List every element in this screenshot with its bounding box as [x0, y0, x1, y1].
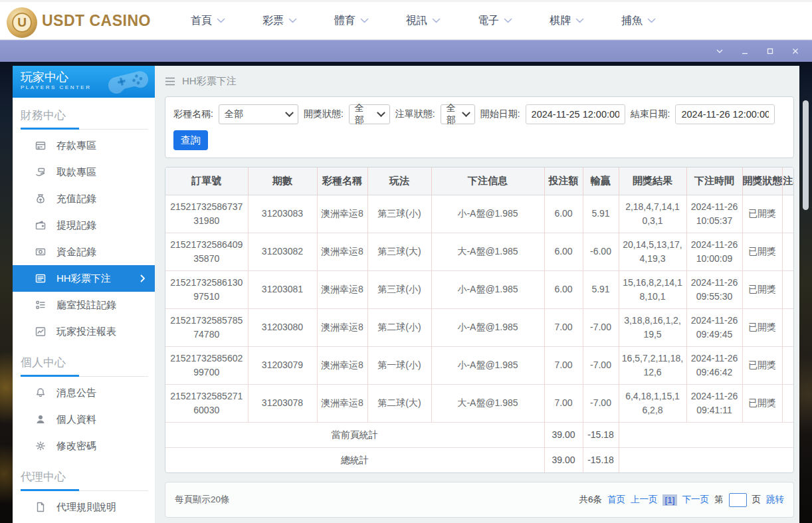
nav-item-label: 體育 — [334, 14, 355, 28]
cell-order-status: 有效 — [782, 195, 794, 233]
sidebar-header: 玩家中心 PLAYERS CENTER — [13, 66, 155, 98]
order-status-select[interactable]: 全部 — [441, 104, 475, 124]
nav-item-home[interactable]: 首頁 — [191, 14, 225, 28]
nav-item-label: 首頁 — [191, 14, 212, 28]
sidebar-item-agent-rules[interactable]: 代理規則說明 — [13, 494, 155, 520]
order-status-filter-label: 注單狀態: — [395, 108, 435, 120]
table-row: 215217325861309751031203081澳洲幸运8第三球(小)小-… — [165, 270, 794, 308]
cell-draw-status: 已開獎 — [742, 270, 782, 308]
chevron-down-icon — [285, 108, 294, 117]
bell-icon — [35, 387, 47, 399]
section-title-personal: 個人中心 — [21, 355, 147, 370]
cell-bet-time: 2024-11-26 09:49:45 — [686, 308, 742, 346]
hamburger-icon[interactable] — [165, 77, 175, 86]
end-date-label: 結束日期: — [631, 108, 670, 120]
cell-play-type: 第一球(小) — [367, 346, 431, 384]
cell-draw-status: 已開獎 — [742, 346, 782, 384]
sidebar-item-funds-record[interactable]: 資金記錄 — [13, 239, 155, 265]
coin-logo-icon: U — [7, 7, 37, 38]
page-size-text: 每頁顯示20條 — [175, 494, 230, 506]
nav-item-cards[interactable]: 棋牌 — [550, 14, 584, 28]
summary-label: 當前頁統計 — [165, 422, 544, 447]
chevron-down-icon — [647, 18, 656, 23]
sidebar-item-announcements[interactable]: 消息公告 — [13, 379, 155, 406]
search-button[interactable]: 查詢 — [173, 130, 208, 150]
section-items-personal: 消息公告個人資料修改密碼 — [13, 379, 155, 459]
first-page-link[interactable]: 首页 — [607, 494, 625, 506]
sidebar-item-profile[interactable]: 個人資料 — [13, 406, 155, 433]
nav-item-slots[interactable]: 電子 — [478, 14, 512, 28]
screen: U USDT CASINO 首頁彩票體育視訊電子棋牌捕魚 — [0, 0, 812, 523]
sidebar-item-label: 資金記錄 — [56, 246, 96, 259]
sidebar-item-player-bet-report[interactable]: 玩家投注報表 — [13, 318, 155, 345]
cell-bet-time: 2024-11-26 10:00:09 — [686, 233, 742, 270]
ticket-list-icon — [35, 272, 47, 284]
section-underline — [21, 128, 148, 130]
minimize-icon[interactable] — [740, 47, 750, 56]
chevron-down-icon — [377, 108, 385, 117]
nav-item-lottery[interactable]: 彩票 — [262, 14, 297, 28]
cell-order-no: 2152173258640935870 — [165, 233, 248, 270]
end-date-input[interactable] — [675, 104, 775, 124]
sidebar-item-hall-bet-record[interactable]: 廳室投註記錄 — [13, 292, 155, 318]
close-icon[interactable] — [791, 47, 800, 56]
next-page-link[interactable]: 下一页 — [682, 494, 710, 506]
chevron-down-icon — [432, 18, 441, 23]
lottery-select-value: 全部 — [225, 108, 243, 120]
top-nav: 首頁彩票體育視訊電子棋牌捕魚 — [191, 14, 656, 28]
maximize-icon[interactable] — [765, 47, 775, 56]
col-header-order-no: 訂單號 — [165, 167, 248, 195]
cell-lottery-name: 澳洲幸运8 — [317, 308, 367, 346]
nav-item-sports[interactable]: 體育 — [334, 14, 369, 28]
lottery-select[interactable]: 全部 — [219, 104, 298, 124]
summary-row: 當前頁統計39.00-15.18 — [165, 422, 794, 447]
jump-action-link[interactable]: 跳转 — [766, 494, 784, 506]
draw-status-select[interactable]: 全部 — [349, 104, 390, 124]
cell-period: 31203078 — [248, 384, 317, 422]
sidebar-item-withdrawal-record[interactable]: 提現記錄 — [13, 212, 155, 239]
summary-bet-amount: 39.00 — [544, 422, 583, 447]
cell-order-no: 2152173258578574780 — [165, 308, 248, 346]
section-underline — [21, 375, 148, 377]
document-icon — [35, 501, 47, 513]
nav-item-fishing[interactable]: 捕魚 — [621, 14, 656, 28]
pagination-bar: 每頁顯示20條 共6条 首页 上一页 [1] 下一页 第 页 跳转 — [165, 482, 794, 518]
cell-order-status: 有效 — [782, 233, 794, 270]
cell-win-loss: 5.91 — [583, 270, 619, 308]
checklist-icon — [35, 299, 47, 311]
bet-table-panel: 訂單號期數彩種名稱玩法下注信息投注額輸贏開獎結果下注時間開獎狀態注單狀態 215… — [165, 167, 794, 473]
cell-draw-result: 2,18,4,7,14,10,3,1 — [619, 195, 686, 233]
sidebar-item-withdraw[interactable]: 取款專區 — [13, 159, 155, 185]
sidebar: 玩家中心 PLAYERS CENTER 財務中心存款專區取款專區充值記錄提現記錄… — [13, 66, 155, 523]
sidebar-item-hh-lottery-bet[interactable]: HH彩票下注 — [13, 265, 155, 292]
sidebar-item-deposit[interactable]: 存款專區 — [13, 132, 155, 159]
start-date-input[interactable] — [526, 104, 625, 124]
sidebar-item-change-password[interactable]: 修改密碼 — [13, 433, 155, 459]
chevron-down-icon — [360, 18, 369, 23]
window-dropdown-icon[interactable] — [715, 47, 724, 56]
jump-page-input[interactable] — [729, 493, 747, 507]
cell-draw-status: 已開獎 — [742, 308, 782, 346]
sidebar-item-label: HH彩票下注 — [56, 272, 111, 285]
section-title-agent: 代理中心 — [21, 469, 147, 484]
cell-order-status: 有效 — [782, 346, 794, 384]
col-header-draw-result: 開獎結果 — [619, 167, 686, 195]
page-title: HH彩票下注 — [182, 75, 237, 88]
section-title-finance: 財務中心 — [21, 108, 147, 123]
nav-item-live[interactable]: 視訊 — [406, 14, 441, 28]
scrollbar-thumb[interactable] — [803, 100, 809, 210]
cell-lottery-name: 澳洲幸运8 — [317, 270, 367, 308]
app-area: 玩家中心 PLAYERS CENTER 財務中心存款專區取款專區充值記錄提現記錄… — [0, 62, 812, 523]
sidebar-item-recharge-record[interactable]: 充值記錄 — [13, 185, 155, 212]
cell-lottery-name: 澳洲幸运8 — [317, 346, 367, 384]
prev-page-link[interactable]: 上一页 — [631, 494, 658, 506]
gear-icon — [35, 440, 47, 452]
cell-bet-time: 2024-11-26 09:46:42 — [686, 346, 742, 384]
cell-period: 31203079 — [248, 346, 317, 384]
site-logo[interactable]: U USDT CASINO — [7, 5, 151, 36]
cell-lottery-name: 澳洲幸运8 — [317, 195, 367, 233]
pager: 共6条 首页 上一页 [1] 下一页 第 页 跳转 — [579, 493, 784, 507]
nav-item-label: 電子 — [478, 14, 499, 28]
cell-win-loss: -6.00 — [583, 233, 619, 270]
cell-bet-amount: 7.00 — [544, 384, 583, 422]
